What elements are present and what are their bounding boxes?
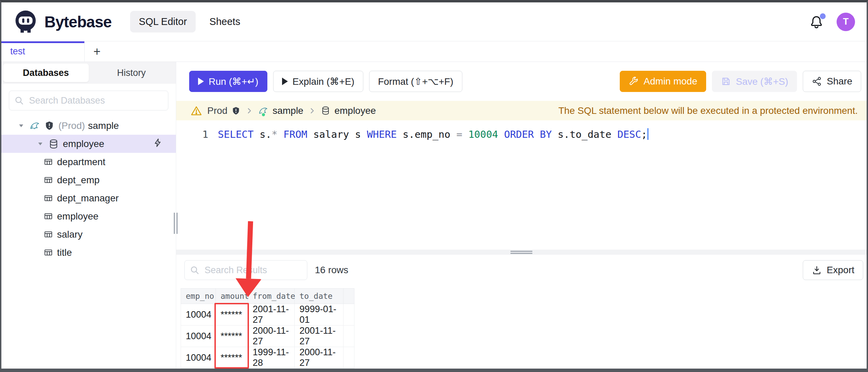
- line-number: 1: [201, 127, 208, 142]
- sheet-tab-bar: test +: [1, 41, 867, 62]
- tree-tables-list: department dept_emp dept_manager employe…: [1, 153, 176, 262]
- caret-down-icon: [19, 124, 23, 127]
- mysql-dolphin-icon: [258, 106, 268, 116]
- lightning-icon[interactable]: [153, 137, 163, 150]
- results-search[interactable]: [184, 260, 307, 280]
- tree-instance-row[interactable]: (Prod) sample: [1, 117, 176, 135]
- breadcrumb-environment[interactable]: Prod: [207, 105, 240, 116]
- table-row: 10004******2000-11-272001-11-27: [181, 326, 354, 347]
- table-row: 10004******2001-11-279999-01-01: [181, 304, 354, 326]
- run-label: Run (⌘+↵): [209, 76, 258, 87]
- chevron-right-icon: [246, 107, 253, 115]
- cell[interactable]: 10004: [181, 347, 216, 369]
- save-label: Save (⌘+S): [736, 76, 788, 87]
- editor-cursor: [647, 128, 648, 140]
- share-label: Share: [827, 76, 852, 87]
- cell[interactable]: 10004: [181, 304, 216, 326]
- database-label: employee: [63, 138, 104, 149]
- editor-toolbar: Run (⌘+↵) Explain (⌘+E) Format (⇧+⌥+F) A…: [176, 62, 867, 101]
- database-search[interactable]: [9, 91, 168, 110]
- cell[interactable]: ******: [216, 326, 248, 347]
- sidebar-table-item[interactable]: dept_manager: [1, 189, 176, 207]
- environment-shield-icon: [44, 121, 54, 131]
- sheet-tab-label: test: [10, 46, 25, 57]
- top-nav: SQL Editor Sheets: [130, 11, 249, 32]
- code-line: 1 SELECT s.* FROM salary s WHERE s.emp_n…: [201, 127, 867, 142]
- bytebase-logo[interactable]: Bytebase: [13, 9, 112, 35]
- database-name: sample: [272, 105, 303, 116]
- column-header[interactable]: [344, 289, 354, 304]
- sidebar-table-label: employee: [57, 211, 98, 222]
- column-header[interactable]: amount: [216, 289, 248, 304]
- table-icon: [44, 157, 53, 167]
- breadcrumb-database[interactable]: sample: [258, 105, 303, 116]
- save-button[interactable]: Save (⌘+S): [712, 71, 797, 92]
- run-button[interactable]: Run (⌘+↵): [189, 71, 267, 92]
- sidebar-table-label: dept_emp: [57, 175, 100, 186]
- cell[interactable]: 1999-11-28: [248, 347, 295, 369]
- sidebar-table-item[interactable]: employee: [1, 207, 176, 225]
- column-header[interactable]: from_date: [248, 289, 295, 304]
- table-icon: [44, 212, 53, 221]
- share-button[interactable]: Share: [803, 71, 861, 92]
- sidebar-table-item[interactable]: salary: [1, 225, 176, 243]
- results-header-row: emp_noamountfrom_dateto_date: [181, 289, 354, 304]
- database-icon: [48, 139, 59, 149]
- search-databases-input[interactable]: [28, 95, 163, 106]
- protected-environment-message: The SQL statement below will be executed…: [558, 105, 862, 116]
- sidebar-table-label: title: [57, 247, 72, 258]
- cell[interactable]: 9999-01-01: [295, 304, 344, 326]
- export-button[interactable]: Export: [803, 260, 863, 280]
- tree-database-row-selected[interactable]: employee: [1, 135, 176, 153]
- cell[interactable]: [344, 304, 354, 326]
- new-sheet-tab-button[interactable]: +: [85, 41, 109, 62]
- download-icon: [812, 265, 822, 275]
- horizontal-scrollbar[interactable]: [1, 369, 867, 372]
- explain-label: Explain (⌘+E): [293, 76, 354, 87]
- notifications-button[interactable]: [809, 15, 824, 29]
- tab-databases[interactable]: Databases: [3, 64, 89, 82]
- format-button[interactable]: Format (⇧+⌥+F): [369, 71, 462, 92]
- cell[interactable]: 10004: [181, 326, 216, 347]
- sidebar-table-label: department: [57, 157, 106, 168]
- search-results-input[interactable]: [204, 265, 302, 276]
- sidebar-tabs: Databases History: [1, 62, 176, 84]
- cell[interactable]: 2000-11-27: [248, 326, 295, 347]
- panel-resize-handle[interactable]: [510, 250, 532, 255]
- bytebase-mascot-icon: [13, 9, 38, 35]
- sidebar-table-item[interactable]: department: [1, 153, 176, 171]
- cell[interactable]: ******: [216, 347, 248, 369]
- bytebase-sql-editor-window: Bytebase SQL Editor Sheets T test: [0, 0, 868, 372]
- cell[interactable]: 2000-11-27: [295, 347, 344, 369]
- avatar[interactable]: T: [837, 13, 855, 31]
- plus-icon: +: [93, 44, 100, 59]
- warning-triangle-icon: [191, 105, 202, 117]
- sidebar-resize-handle[interactable]: [174, 213, 178, 234]
- tab-history[interactable]: History: [89, 64, 174, 82]
- sql-code-line: SELECT s.* FROM salary s WHERE s.emp_no …: [218, 127, 648, 142]
- format-label: Format (⇧+⌥+F): [378, 76, 453, 87]
- sidebar-table-item[interactable]: dept_emp: [1, 171, 176, 189]
- cell[interactable]: 2001-11-27: [248, 304, 295, 326]
- chevron-right-icon: [308, 107, 316, 115]
- nav-sheets[interactable]: Sheets: [200, 11, 249, 32]
- table-icon: [44, 230, 53, 239]
- cell[interactable]: ******: [216, 304, 248, 326]
- explain-button[interactable]: Explain (⌘+E): [273, 71, 363, 92]
- sidebar: Databases History: [1, 62, 176, 371]
- nav-sql-editor[interactable]: SQL Editor: [130, 11, 196, 32]
- sheet-tab-test[interactable]: test: [1, 41, 85, 62]
- table-row: 10004******1999-11-282000-11-27: [181, 347, 354, 369]
- cell[interactable]: [344, 326, 354, 347]
- search-icon: [14, 95, 24, 106]
- cell[interactable]: [344, 347, 354, 369]
- protected-environment-bar: Prod: [176, 101, 867, 120]
- sql-editor[interactable]: 1 SELECT s.* FROM salary s WHERE s.emp_n…: [176, 120, 867, 250]
- cell[interactable]: 2001-11-27: [295, 326, 344, 347]
- column-header[interactable]: emp_no: [181, 289, 216, 304]
- breadcrumb-table[interactable]: employee: [321, 105, 376, 116]
- table-icon: [44, 175, 53, 185]
- sidebar-table-item[interactable]: title: [1, 243, 176, 262]
- column-header[interactable]: to_date: [295, 289, 344, 304]
- admin-mode-button[interactable]: Admin mode: [620, 71, 706, 92]
